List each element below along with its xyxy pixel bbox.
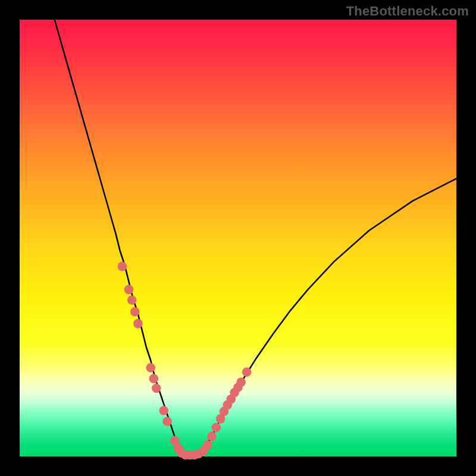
plot-area [20, 20, 456, 456]
highlight-dot [242, 368, 252, 377]
bottleneck-curve [55, 20, 456, 455]
highlight-dot [162, 416, 172, 426]
watermark-text: TheBottleneck.com [346, 4, 469, 19]
curve-path [55, 20, 456, 455]
highlight-dot [212, 423, 221, 433]
highlight-dot [146, 363, 155, 372]
chart-svg [20, 20, 456, 456]
highlight-dot [118, 262, 127, 271]
highlight-dot [203, 440, 212, 450]
highlight-dot [159, 406, 168, 415]
highlight-dots [118, 262, 252, 460]
highlight-dot [133, 319, 143, 328]
highlight-dot [152, 384, 161, 393]
highlight-dot [124, 285, 134, 295]
highlight-dot [127, 295, 137, 305]
highlight-dot [149, 374, 159, 384]
highlight-dot [130, 307, 140, 317]
highlight-dot [236, 377, 246, 387]
chart-frame: TheBottleneck.com [0, 0, 476, 476]
highlight-dot [207, 431, 217, 441]
